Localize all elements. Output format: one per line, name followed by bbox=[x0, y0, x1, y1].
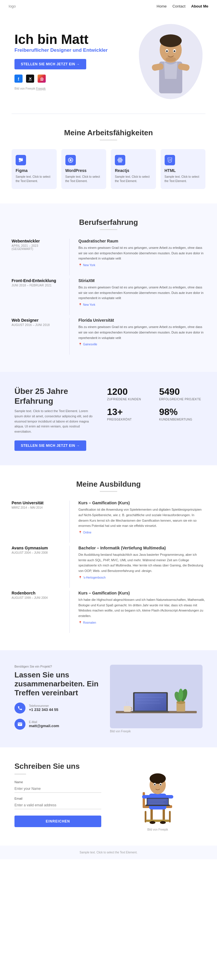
exp-desc-1: Bis zu einem gewissen Grad ist es uns ge… bbox=[78, 285, 206, 301]
skill-card-html: HTML Sample text. Click to select the Te… bbox=[161, 149, 206, 189]
twitter-icon[interactable]: ✕ bbox=[26, 75, 34, 83]
stats-right: 1200 ZUFRIEDENE KUNDEN 5490 ERFOLGREICHE… bbox=[107, 387, 203, 421]
edu-location-2: 📍 Rosmalen bbox=[78, 621, 206, 624]
reactjs-icon bbox=[115, 155, 125, 165]
exp-location-0: 📍 New York bbox=[78, 264, 206, 267]
edu-item-0: Penn Universität MÄRZ 2014 – MAI 2014 Ku… bbox=[11, 501, 206, 543]
exp-right-0: Quadratischer Raum Bis zu einem gewissen… bbox=[69, 239, 206, 275]
contact-small-label: Benötigen Sie ein Projekt? bbox=[14, 665, 101, 668]
stat-item-0: 1200 ZUFRIEDENE KUNDEN bbox=[107, 387, 150, 401]
hero-section: Ich bin Matt Freiberuflicher Designer un… bbox=[0, 13, 217, 114]
skill-name-wordpress: WordPress bbox=[65, 168, 102, 173]
edu-date-1: AUGUST 2004 – JUNI 2008 bbox=[11, 551, 61, 554]
edu-left-0: Penn Universität MÄRZ 2014 – MAI 2014 bbox=[11, 501, 69, 543]
nav-links: Home Contact About Me bbox=[156, 4, 208, 8]
nav-logo: logo bbox=[9, 4, 16, 8]
exp-left-2: Web Designer AUGUST 2016 – JUNI 2018 bbox=[11, 318, 69, 355]
edu-desc-1: Die Ausbildung bestand hauptsächlich aus… bbox=[78, 552, 206, 574]
hero-cta-button[interactable]: STELLEN SIE MICH JETZT EIN → bbox=[14, 59, 86, 69]
skill-card-figma: Figma Sample text. Click to select the T… bbox=[11, 149, 57, 189]
svg-rect-12 bbox=[19, 160, 21, 162]
contact-banner-section: Benötigen Sie ein Projekt? Lassen Sie un… bbox=[0, 650, 217, 747]
hero-image bbox=[139, 24, 203, 99]
svg-point-45 bbox=[150, 773, 166, 784]
edu-course-2: Kurs – Gamification (Kurs) bbox=[78, 591, 206, 595]
stats-section: Über 25 Jahre Erfahrung Sample text. Cli… bbox=[0, 372, 217, 465]
stat-item-3: 98% KUNDENBEWERTUNG bbox=[159, 407, 203, 421]
form-heading: Schreiben Sie uns bbox=[14, 762, 101, 771]
edu-right-0: Kurs – Gamification (Kurs) Gamification … bbox=[69, 501, 206, 543]
experience-section: Berufserfahrung Webentwickler APRIL 2021… bbox=[0, 204, 217, 372]
html-icon bbox=[164, 155, 175, 165]
skill-desc-figma: Sample text. Click to select the Text El… bbox=[16, 175, 53, 183]
svg-rect-13 bbox=[21, 158, 23, 160]
form-name-input[interactable] bbox=[14, 785, 101, 793]
edu-date-2: AUGUST 1999 – JUNI 2004 bbox=[11, 596, 61, 600]
exp-desc-0: Bis zu einem gewissen Grad ist es uns ge… bbox=[78, 245, 206, 261]
svg-point-9 bbox=[166, 57, 176, 62]
contact-banner-image bbox=[110, 665, 203, 728]
instagram-icon[interactable]: ◎ bbox=[38, 75, 46, 83]
svg-point-34 bbox=[179, 689, 183, 700]
nav-contact[interactable]: Contact bbox=[172, 4, 185, 8]
location-pin-icon-2: 📍 bbox=[78, 343, 82, 346]
navbar: logo Home Contact About Me bbox=[0, 0, 217, 13]
form-right: Bild von Freepik bbox=[113, 762, 203, 831]
contact-email-detail: E-Mail matt@gmail.com bbox=[14, 719, 101, 730]
edu-course-1: Bachelor – Informatik (Vertiefung Multim… bbox=[78, 546, 206, 550]
phone-icon bbox=[14, 703, 26, 714]
email-label-banner: E-Mail bbox=[29, 721, 59, 724]
stat-value-2: 13+ bbox=[107, 407, 150, 417]
form-person-image: Bild von Freepik bbox=[134, 762, 181, 831]
edu-date-0: MÄRZ 2014 – MAI 2014 bbox=[11, 506, 61, 509]
edu-school-0: Penn Universität bbox=[11, 501, 61, 505]
edu-course-0: Kurs – Gamification (Kurs) bbox=[78, 501, 206, 505]
svg-point-8 bbox=[174, 50, 176, 52]
form-email-label: Email bbox=[14, 797, 101, 800]
edu-location-1: 📍 's-Hertogenbosch bbox=[78, 576, 206, 579]
exp-right-2: Florida Universität Bis zu einem gewisse… bbox=[69, 318, 206, 355]
form-name-label: Name bbox=[14, 780, 101, 784]
hero-freepik-credit: Bild von Freepik Freepik bbox=[14, 87, 46, 90]
stat-value-0: 1200 bbox=[107, 387, 150, 397]
svg-rect-41 bbox=[169, 811, 171, 822]
experience-item-0: Webentwickler APRIL 2021 – 2023 (GEGENWA… bbox=[11, 239, 206, 275]
svg-point-58 bbox=[150, 821, 155, 824]
svg-rect-11 bbox=[19, 158, 21, 160]
email-value: matt@gmail.com bbox=[29, 724, 59, 728]
exp-date-1: JUNI 2018 – FEBRUAR 2021 bbox=[11, 284, 61, 287]
form-submit-button[interactable]: EINREICHEN bbox=[14, 816, 101, 827]
stats-heading: Über 25 Jahre Erfahrung bbox=[14, 387, 96, 406]
facebook-icon[interactable]: f bbox=[14, 75, 22, 83]
svg-rect-39 bbox=[146, 819, 169, 822]
phone-label: Telefonnummer bbox=[29, 704, 59, 708]
exp-location-1: 📍 New York bbox=[78, 303, 206, 306]
location-pin-icon-0: 📍 bbox=[78, 264, 82, 267]
location-pin-icon-1: 📍 bbox=[78, 303, 82, 306]
exp-role-1: Front-End-Entwicklung bbox=[11, 278, 61, 283]
stat-label-3: KUNDENBEWERTUNG bbox=[159, 418, 203, 421]
edu-desc-0: Gamification ist die Anwendung von Spiel… bbox=[78, 507, 206, 528]
skill-name-html: HTML bbox=[164, 168, 202, 173]
contact-banner-heading: Lassen Sie uns zusammenarbeiten. Ein Tre… bbox=[14, 670, 101, 698]
exp-desc-2: Bis zu einem gewissen Grad ist es uns ge… bbox=[78, 324, 206, 340]
stat-label-0: ZUFRIEDENE KUNDEN bbox=[107, 398, 150, 401]
edu-school-2: Rodenborch bbox=[11, 591, 61, 595]
exp-date-0: APRIL 2021 – 2023 (GEGENWART) bbox=[11, 244, 61, 251]
contact-phone-detail: Telefonnummer +1 232 343 44 55 bbox=[14, 703, 101, 714]
skill-card-wordpress: WordPress Sample text. Click to select t… bbox=[61, 149, 107, 189]
email-icon bbox=[14, 719, 26, 730]
stats-cta-button[interactable]: STELLEN SIE MICH JETZT EIN → bbox=[14, 441, 86, 451]
exp-company-2: Florida Universität bbox=[78, 318, 206, 323]
edu-left-2: Rodenborch AUGUST 1999 – JUNI 2004 bbox=[11, 591, 69, 633]
nav-about[interactable]: About Me bbox=[191, 4, 208, 8]
form-email-input[interactable] bbox=[14, 802, 101, 809]
edu-location-pin-0: 📍 bbox=[78, 531, 82, 534]
edu-location-pin-2: 📍 bbox=[78, 621, 82, 624]
nav-home[interactable]: Home bbox=[156, 4, 167, 8]
stats-desc: Sample text. Click to select the Text El… bbox=[14, 409, 96, 434]
form-email-group: Email bbox=[14, 797, 101, 809]
exp-role-2: Web Designer bbox=[11, 318, 61, 323]
experience-item-2: Web Designer AUGUST 2016 – JUNI 2018 Flo… bbox=[11, 318, 206, 355]
stat-item-1: 5490 ERFOLGREICHE PROJEKTE bbox=[159, 387, 203, 401]
